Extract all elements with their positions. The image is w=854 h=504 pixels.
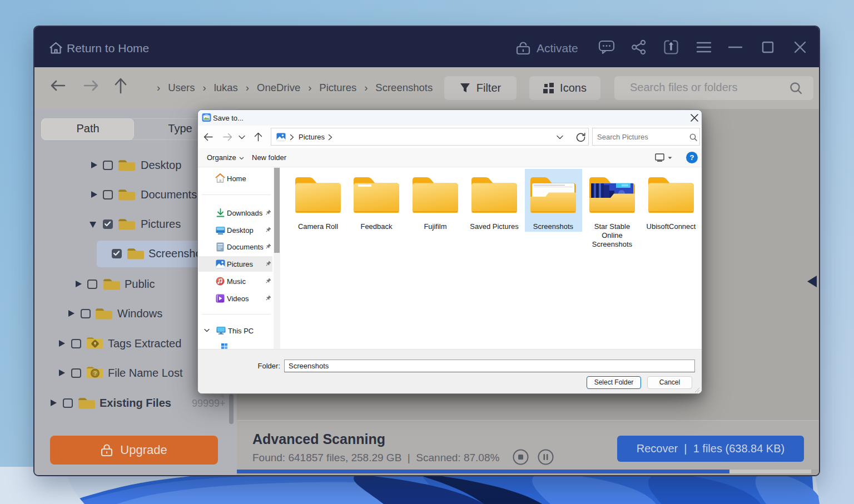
svg-text:?: ? xyxy=(93,370,97,377)
